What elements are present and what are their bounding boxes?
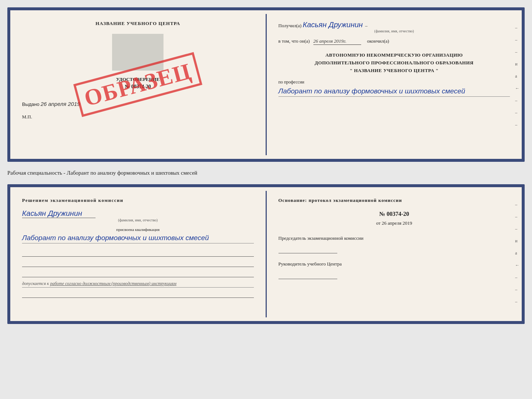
received-line: Получил(а) Касьян Дружинин – (фамилия, и… xyxy=(278,21,510,33)
rukov-label: Руководитель учебного Центра xyxy=(278,261,510,267)
underline-4 xyxy=(22,291,254,298)
person-name-bottom: Касьян Дружинин xyxy=(22,209,96,218)
mp-label: М.П. xyxy=(22,114,254,120)
osnov-title: Основание: протокол экзаменационной коми… xyxy=(278,197,510,203)
top-right-side-marks: – – – и а ← – – – xyxy=(515,25,520,128)
bottom-left-panel: Решением экзаменационной комиссии Касьян… xyxy=(10,187,266,321)
cert-label: УДОСТОВЕРЕНИЕ xyxy=(22,76,254,82)
issued-line: Выдано 26 апреля 2019 xyxy=(22,101,254,107)
bottom-right-panel: Основание: протокол экзаменационной коми… xyxy=(267,187,522,321)
top-left-title: НАЗВАНИЕ УЧЕБНОГО ЦЕНТРА xyxy=(22,21,254,26)
допуск-prefix: допускается к xyxy=(22,281,49,286)
date-line: в том, что он(а) 26 апреля 2019г. окончи… xyxy=(278,38,510,45)
org-block: АВТОНОМНУЮ НЕКОММЕРЧЕСКУЮ ОРГАНИЗАЦИЮ ДО… xyxy=(278,51,510,74)
date-suffix: окончил(а) xyxy=(367,38,389,44)
issued-date: 26 апреля 2019 xyxy=(41,101,80,107)
protocol-date: от 26 апреля 2019 xyxy=(278,220,510,226)
top-right-panel: Получил(а) Касьян Дружинин – (фамилия, и… xyxy=(267,10,522,159)
issued-prefix: Выдано xyxy=(22,101,39,107)
top-left-panel: НАЗВАНИЕ УЧЕБНОГО ЦЕНТРА УДОСТОВЕРЕНИЕ №… xyxy=(10,10,266,159)
bottom-document: Решением экзаменационной комиссии Касьян… xyxy=(7,184,525,324)
person-name-block: Касьян Дружинин (фамилия, имя, отчество) xyxy=(22,209,254,222)
protocol-number: № 00374-20 xyxy=(278,211,510,217)
profession-label: по профессии xyxy=(278,79,510,85)
cert-number: № 00374-20 xyxy=(22,84,254,90)
signature-lines xyxy=(22,249,254,277)
protocol-date-value: 26 апреля 2019 xyxy=(382,220,412,226)
received-prefix: Получил(а) xyxy=(278,23,302,28)
org-line3: " НАЗВАНИЕ УЧЕБНОГО ЦЕНТРА " xyxy=(278,67,510,75)
received-sublabel: (фамилия, имя, отчество) xyxy=(278,29,510,33)
rukov-sign-line xyxy=(278,270,337,279)
protocol-date-prefix: от xyxy=(376,220,381,226)
org-line2: ДОПОЛНИТЕЛЬНОГО ПРОФЕССИОНАЛЬНОГО ОБРАЗО… xyxy=(278,59,510,67)
date-prefix: в том, что он(а) xyxy=(278,38,310,44)
underline-3 xyxy=(22,270,254,277)
person-sublabel: (фамилия, имя, отчество) xyxy=(22,218,254,222)
qual-value: Лаборант по анализу формовочных и шихтов… xyxy=(22,233,254,243)
underline-1 xyxy=(22,249,254,257)
underline-2 xyxy=(22,260,254,267)
chairman-label: Председатель экзаменационной комиссии xyxy=(278,235,510,242)
qual-label: присвоена квалификация xyxy=(22,227,254,232)
date-value: 26 апреля 2019г. xyxy=(313,38,361,45)
bottom-right-side-marks: – – – и а ← – – – xyxy=(515,202,520,304)
profession-value: Лаборант по анализу формовочных и шихтов… xyxy=(278,86,510,97)
page-wrapper: НАЗВАНИЕ УЧЕБНОГО ЦЕНТРА УДОСТОВЕРЕНИЕ №… xyxy=(7,7,525,324)
org-line1: АВТОНОМНУЮ НЕКОММЕРЧЕСКУЮ ОРГАНИЗАЦИЮ xyxy=(278,51,510,59)
chairman-sign-line xyxy=(278,245,337,253)
received-name: Касьян Дружинин xyxy=(303,21,363,29)
допуск-value: работе согласно должностным (производств… xyxy=(50,281,176,286)
cert-image-placeholder xyxy=(112,34,163,71)
top-document: НАЗВАНИЕ УЧЕБНОГО ЦЕНТРА УДОСТОВЕРЕНИЕ №… xyxy=(7,7,525,162)
допуск-line: допускается к работе согласно должностны… xyxy=(22,281,254,288)
between-label: Рабочая специальность - Лаборант по анал… xyxy=(7,168,525,178)
commission-title: Решением экзаменационной комиссии xyxy=(22,197,254,203)
